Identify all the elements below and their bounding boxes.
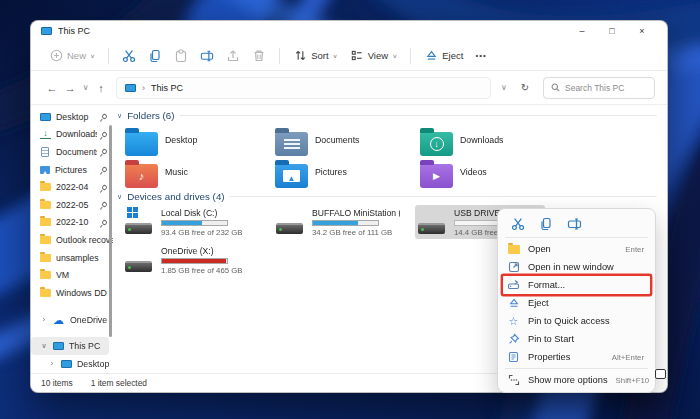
menu-item-eject[interactable]: Eject	[503, 294, 650, 312]
sidebar-item-this-pc-desktop[interactable]: › Desktop	[31, 355, 109, 373]
sidebar-scrollbar[interactable]	[109, 125, 112, 337]
sidebar-item-windows-dd[interactable]: Windows DD	[31, 284, 113, 302]
desktop-folder-icon	[125, 132, 158, 156]
menu-item-properties[interactable]: Properties Alt+Enter	[503, 348, 650, 366]
section-chevron-icon[interactable]: ∨	[117, 193, 122, 201]
menu-item-open-in-new-window[interactable]: Open in new window	[503, 258, 650, 276]
drive-tile-local-disk-c[interactable]: Local Disk (C:) 93.4 GB free of 232 GB	[122, 205, 252, 239]
sort-icon	[293, 49, 307, 63]
paste-button[interactable]	[168, 45, 194, 67]
drive-tile-onedrive-x[interactable]: OneDrive (X:) 1.85 GB free of 465 GB	[122, 243, 252, 277]
pin-icon	[101, 166, 108, 173]
rename-button[interactable]	[194, 45, 220, 67]
folder-tile-music[interactable]: ♪ Music	[125, 160, 263, 192]
address-bar: ← → ∨ ↑ › This PC ∨ ↻	[31, 71, 667, 105]
share-icon	[226, 49, 240, 63]
sidebar-item-2022-05[interactable]: 2022-05	[31, 196, 113, 214]
forward-button[interactable]: →	[61, 78, 79, 98]
hard-drive-icon	[125, 223, 152, 234]
close-button[interactable]: ×	[627, 22, 657, 40]
section-chevron-icon[interactable]: ∨	[117, 112, 122, 120]
menu-item-show-more-options[interactable]: Show more options Shift+F10	[503, 371, 650, 389]
eject-label: Eject	[442, 50, 463, 61]
sidebar-item-onedrive[interactable]: › ☁ OneDrive - Perso	[31, 311, 109, 329]
folder-tile-pictures[interactable]: ▲ Pictures	[275, 160, 413, 192]
capacity-bar	[161, 258, 228, 264]
this-pc-icon	[125, 84, 136, 92]
drives-header-label: Devices and drives (4)	[127, 191, 224, 202]
capacity-bar	[312, 220, 379, 226]
maximize-button[interactable]: □	[597, 22, 627, 40]
folder-icon	[40, 236, 51, 244]
folder-icon	[40, 183, 51, 191]
toolbar-divider	[108, 48, 109, 64]
sidebar-item-documents[interactable]: Documents	[31, 143, 113, 161]
sidebar-item-2022-10[interactable]: 2022-10	[31, 214, 113, 232]
window-title: This PC	[58, 26, 90, 36]
menu-item-open[interactable]: Open Enter	[503, 240, 650, 258]
folder-tile-desktop[interactable]: Desktop	[125, 128, 263, 160]
sidebar-item-vm[interactable]: VM	[31, 266, 113, 284]
eject-button[interactable]: Eject	[418, 45, 469, 67]
sidebar-item-unsamples[interactable]: unsamples	[31, 249, 113, 267]
back-button[interactable]: ←	[43, 78, 61, 98]
menu-item-pin-to-quick-access[interactable]: ☆ Pin to Quick access	[503, 312, 650, 330]
drives-section-header[interactable]: ∨ Devices and drives (4)	[117, 191, 657, 202]
section-rule	[230, 196, 657, 197]
delete-button[interactable]	[246, 45, 272, 67]
up-button[interactable]: ↑	[92, 78, 110, 98]
breadcrumb-chevron-icon: ›	[142, 83, 145, 93]
folder-tile-downloads[interactable]: ↓ Downloads	[420, 128, 558, 160]
share-button[interactable]	[220, 45, 246, 67]
menu-item-format[interactable]: Format...	[503, 276, 650, 294]
new-button[interactable]: New ∨	[43, 45, 101, 67]
downloads-icon: ↓	[40, 129, 51, 139]
copy-button[interactable]	[535, 215, 557, 233]
selection-count: 1 item selected	[91, 378, 147, 388]
search-input[interactable]	[565, 83, 647, 93]
sidebar-item-desktop[interactable]: Desktop	[31, 108, 113, 126]
menu-separator	[505, 368, 648, 369]
expand-chevron-icon[interactable]: ›	[40, 316, 48, 323]
folder-tile-videos[interactable]: ▶ Videos	[420, 160, 558, 192]
breadcrumb-this-pc[interactable]: This PC	[151, 83, 183, 93]
cut-button[interactable]	[116, 45, 142, 67]
search-box[interactable]	[543, 77, 655, 99]
sidebar-item-this-pc[interactable]: ∨ This PC	[31, 337, 109, 355]
menu-item-pin-to-start[interactable]: Pin to Start	[503, 330, 650, 348]
sidebar-item-downloads[interactable]: ↓ Downloads	[31, 126, 113, 144]
folder-icon	[40, 289, 51, 297]
paste-icon	[174, 49, 188, 63]
collapse-chevron-icon[interactable]: ∨	[40, 342, 48, 350]
folders-header-label: Folders (6)	[127, 110, 174, 121]
address-dropdown-chevron[interactable]: ∨	[497, 78, 511, 98]
expand-chevron-icon[interactable]: ›	[48, 360, 56, 367]
pushpin-icon	[507, 333, 520, 345]
rename-icon	[200, 49, 214, 63]
view-button[interactable]: View ∨	[344, 45, 404, 67]
sidebar-item-pictures[interactable]: ▲ Pictures	[31, 161, 113, 179]
breadcrumb[interactable]: › This PC	[116, 77, 491, 99]
drive-tile-buffalo-ministation-d[interactable]: BUFFALO MiniStation (D:) 34.2 GB free of…	[273, 205, 403, 239]
onedrive-cloud-icon: ☁	[53, 315, 65, 325]
copy-button[interactable]	[142, 45, 168, 67]
folder-icon	[40, 201, 51, 209]
refresh-button[interactable]: ↻	[515, 78, 535, 98]
command-bar: New ∨	[31, 41, 667, 71]
folders-section-header[interactable]: ∨ Folders (6)	[117, 110, 657, 121]
pictures-icon: ▲	[40, 166, 50, 174]
documents-icon	[41, 147, 49, 157]
sort-button[interactable]: Sort ∨	[287, 45, 344, 67]
see-more-button[interactable]: •••	[469, 47, 492, 64]
recent-locations-chevron[interactable]: ∨	[79, 78, 92, 98]
view-label: View	[368, 50, 388, 61]
sidebar-item-2022-04[interactable]: 2022-04	[31, 178, 113, 196]
hard-drive-icon	[125, 261, 152, 272]
pin-icon	[101, 148, 108, 155]
folder-tile-documents[interactable]: Documents	[275, 128, 413, 160]
rename-button[interactable]	[563, 215, 585, 233]
cut-button[interactable]	[507, 215, 529, 233]
section-rule	[180, 115, 658, 116]
sidebar-item-outlook-recove[interactable]: Outlook recove	[31, 231, 113, 249]
minimize-button[interactable]: –	[567, 22, 597, 40]
